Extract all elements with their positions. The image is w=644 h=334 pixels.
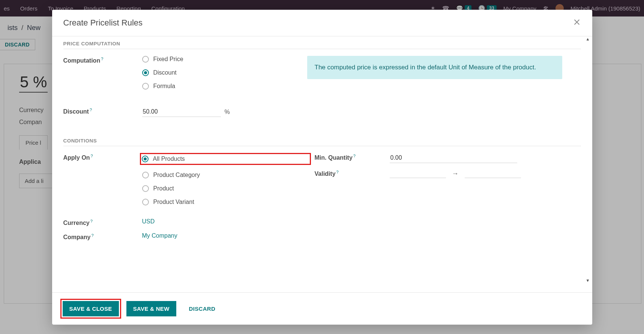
save-and-close-button[interactable]: SAVE & CLOSE <box>63 301 119 316</box>
currency-label: Currency <box>63 220 90 226</box>
discount-label: Discount <box>63 108 89 115</box>
scroll-down-arrow-icon[interactable]: ▼ <box>586 278 590 283</box>
radio-label: All Products <box>153 156 185 162</box>
radio-discount[interactable] <box>142 69 149 76</box>
radio-label: Product <box>153 185 174 192</box>
highlight-apply-on-all-products: All Products <box>140 153 311 165</box>
save-and-new-button[interactable]: SAVE & NEW <box>126 301 176 316</box>
radio-label: Formula <box>153 83 176 90</box>
validity-end-input[interactable] <box>465 169 521 178</box>
validity-label: Validity <box>315 171 336 177</box>
computation-info-box: The computed price is expressed in the d… <box>307 56 562 79</box>
computation-option-fixed-price[interactable]: Fixed Price <box>142 56 311 63</box>
radio-product-category[interactable] <box>142 172 149 178</box>
help-icon[interactable]: ? <box>353 154 356 158</box>
field-validity: Validity? → <box>315 165 581 180</box>
discard-button[interactable]: DISCARD <box>182 301 222 316</box>
close-icon <box>573 18 581 26</box>
validity-start-input[interactable] <box>390 169 446 178</box>
computation-option-formula[interactable]: Formula <box>142 83 311 90</box>
apply-on-option-product[interactable]: Product <box>142 185 311 192</box>
help-icon[interactable]: ? <box>336 170 339 174</box>
apply-on-option-all-products[interactable]: All Products <box>142 156 185 162</box>
field-currency: Currency? USD <box>63 214 311 228</box>
company-label: Company <box>63 234 91 241</box>
currency-value[interactable]: USD <box>142 218 155 225</box>
field-computation: Computation? Fixed Price Discount <box>63 51 311 91</box>
discount-suffix: % <box>225 109 230 115</box>
field-company: Company? My Company <box>63 228 311 242</box>
help-icon[interactable]: ? <box>91 233 93 238</box>
modal-header: Create Pricelist Rules <box>52 10 592 36</box>
discount-input[interactable] <box>142 107 221 117</box>
help-icon[interactable]: ? <box>90 219 93 223</box>
radio-product-variant[interactable] <box>142 199 149 205</box>
radio-all-products[interactable] <box>142 156 149 162</box>
modal-title: Create Pricelist Rules <box>63 18 143 28</box>
radio-fixed-price[interactable] <box>142 56 149 63</box>
radio-label: Product Category <box>153 172 200 178</box>
apply-on-label: Apply On <box>63 154 90 161</box>
create-pricelist-rules-dialog: Create Pricelist Rules ▲ PRICE COMPUTATI… <box>52 10 592 325</box>
field-apply-on: Apply On? All Products Pr <box>63 148 311 207</box>
apply-on-option-product-category[interactable]: Product Category <box>142 172 311 178</box>
radio-formula[interactable] <box>142 83 149 90</box>
help-icon[interactable]: ? <box>91 154 93 158</box>
modal-body: PRICE COMPUTATION Computation? Fixed Pri… <box>52 36 592 292</box>
field-discount: Discount? % <box>63 102 311 118</box>
arrow-right-icon: → <box>452 170 459 178</box>
help-icon[interactable]: ? <box>90 108 92 112</box>
close-button[interactable] <box>573 18 581 28</box>
section-price-computation: PRICE COMPUTATION <box>63 41 581 49</box>
radio-product[interactable] <box>142 185 149 192</box>
min-quantity-input[interactable] <box>390 153 517 163</box>
company-value[interactable]: My Company <box>142 232 177 239</box>
computation-label: Computation <box>63 57 101 64</box>
modal-backdrop: Create Pricelist Rules ▲ PRICE COMPUTATI… <box>0 0 644 334</box>
modal-footer: SAVE & CLOSE SAVE & NEW DISCARD <box>52 292 592 325</box>
apply-on-option-product-variant[interactable]: Product Variant <box>142 199 311 205</box>
min-quantity-label: Min. Quantity <box>315 154 353 161</box>
radio-label: Fixed Price <box>153 56 183 63</box>
help-icon[interactable]: ? <box>101 57 103 61</box>
radio-label: Discount <box>153 69 177 76</box>
section-conditions: CONDITIONS <box>63 138 581 146</box>
computation-option-discount[interactable]: Discount <box>142 69 311 76</box>
field-min-quantity: Min. Quantity? <box>315 148 581 165</box>
radio-label: Product Variant <box>153 199 194 205</box>
highlight-save-close: SAVE & CLOSE <box>61 300 120 318</box>
